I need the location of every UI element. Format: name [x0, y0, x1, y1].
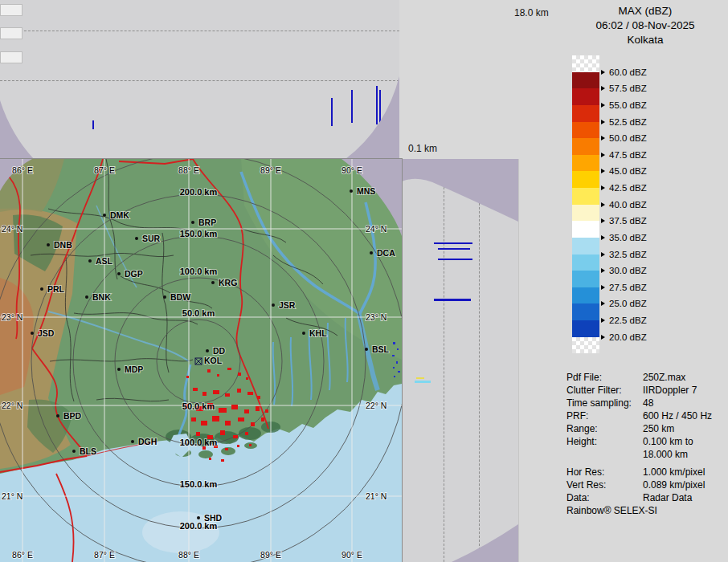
city-dot: [47, 243, 50, 246]
scale-tick-arrow: [601, 153, 605, 157]
scale-tick-arrow: [601, 252, 605, 257]
red-echo: [225, 393, 230, 397]
red-echo: [227, 368, 231, 370]
range-ring-label: 200.0 km: [180, 521, 218, 531]
longitude-label: 87° E: [94, 165, 115, 175]
info-label: Hor Res:: [566, 466, 604, 478]
red-echo: [238, 373, 241, 376]
scale-color-block: [572, 188, 599, 205]
latitude-label: 23° N: [366, 312, 386, 322]
info-value: 600 Hz / 450 Hz: [643, 410, 712, 422]
scale-tick-arrow: [601, 318, 605, 323]
red-echo: [238, 417, 244, 422]
scale-color-block: [572, 155, 599, 172]
scale-tick-arrow: [601, 268, 605, 273]
radar-site-label: KOL: [204, 356, 223, 365]
scale-tick-arrow: [601, 70, 605, 75]
range-ring-label: 200.0 km: [180, 187, 218, 197]
city-dot: [211, 281, 215, 284]
city-label: BLS: [80, 446, 96, 456]
info-label: Data:: [566, 492, 590, 503]
red-echo: [251, 422, 255, 426]
side-projection-panel: [402, 159, 519, 562]
red-echo: [219, 408, 227, 413]
red-echo: [225, 448, 228, 450]
scale-color-block: [572, 105, 599, 122]
city-label: KRG: [219, 278, 237, 287]
info-value: 1.000 km/pixel: [643, 466, 705, 478]
scale-color-block: [572, 255, 599, 271]
info-label: Time sampling:: [566, 397, 632, 409]
product-title: MAX (dBZ): [562, 5, 728, 17]
info-label: PRF:: [566, 410, 588, 422]
scale-tick-arrow: [601, 335, 605, 340]
red-echo: [217, 374, 219, 377]
city-label: ASL: [96, 256, 113, 266]
software-brand: Rainbow® SELEX-SI: [566, 505, 657, 516]
longitude-label: 88° E: [178, 550, 199, 560]
dbz-label: 20.0 dBZ: [601, 332, 647, 342]
info-value: 0.089 km/pixel: [643, 479, 705, 491]
dbz-label-text: 25.0 dBZ: [609, 299, 647, 308]
red-echo: [244, 409, 249, 413]
blue-echo: [398, 371, 400, 373]
dbz-label-text: 42.5 dBZ: [609, 183, 647, 193]
red-echo: [246, 377, 248, 380]
city-label: MNS: [357, 186, 375, 196]
scale-tick-arrow: [601, 235, 605, 240]
info-row: Data:Radar Data: [566, 492, 727, 504]
dbz-label: 30.0 dBZ: [601, 266, 647, 276]
city-dot: [197, 516, 200, 519]
red-echo: [207, 369, 211, 373]
info-row: Range:250 km: [566, 423, 727, 435]
scale-color-block: [572, 138, 599, 155]
info-value: 18.000 km: [643, 449, 688, 460]
info-label: Pdf File:: [566, 372, 602, 383]
scale-tick-arrow: [601, 285, 605, 290]
red-echo: [202, 392, 207, 396]
red-echo: [225, 421, 231, 426]
city-dot: [85, 295, 88, 299]
side-panel-range-mask: [402, 159, 518, 562]
scale-checker-block: [572, 55, 599, 72]
dbz-label-text: 50.0 dBZ: [609, 133, 647, 143]
city-label: BPD: [63, 411, 82, 421]
top-panel-range-mask: [0, 0, 399, 159]
dbz-label-text: 22.5 dBZ: [609, 316, 647, 325]
city-dot: [365, 348, 368, 351]
dbz-label: 45.0 dBZ: [601, 166, 647, 177]
longitude-label: 87° E: [94, 550, 115, 560]
info-value: 0.100 km to: [643, 436, 693, 447]
scale-color-block: [572, 320, 599, 337]
city-label: BNK: [92, 292, 111, 302]
scale-tick-arrow: [601, 136, 605, 140]
info-value: IIRDoppler 7: [643, 385, 697, 396]
dbz-label-text: 60.0 dBZ: [609, 67, 647, 77]
dbz-label-text: 45.0 dBZ: [609, 166, 647, 176]
red-echo: [212, 416, 219, 422]
red-echo: [233, 435, 238, 438]
dbz-label: 50.0 dBZ: [601, 133, 647, 144]
longitude-label: 89° E: [260, 165, 281, 175]
city-label: DD: [213, 346, 226, 356]
red-echo: [209, 458, 211, 460]
blue-echo: [392, 355, 395, 356]
red-echo: [237, 445, 239, 447]
dbz-label-text: 47.5 dBZ: [609, 150, 647, 160]
scale-tick-arrow: [601, 185, 605, 190]
red-echo: [201, 421, 207, 426]
scale-color-block: [572, 171, 599, 188]
scale-color-block: [572, 303, 599, 320]
scale-tick-arrow: [601, 218, 605, 223]
dbz-label: 52.5 dBZ: [601, 116, 647, 127]
dbz-label: 35.0 dBZ: [601, 232, 647, 242]
city-dot: [163, 295, 166, 299]
city-label: PRL: [47, 284, 65, 294]
product-datetime: 06:02 / 08-Nov-2025: [562, 19, 728, 31]
city-dot: [72, 450, 76, 453]
dbz-label: 22.5 dBZ: [601, 316, 647, 326]
range-ring-label: 50.0 km: [182, 401, 215, 411]
range-ring-label: 150.0 km: [180, 479, 218, 489]
scale-tick-arrow: [601, 120, 605, 124]
scale-color-block: [572, 287, 599, 304]
